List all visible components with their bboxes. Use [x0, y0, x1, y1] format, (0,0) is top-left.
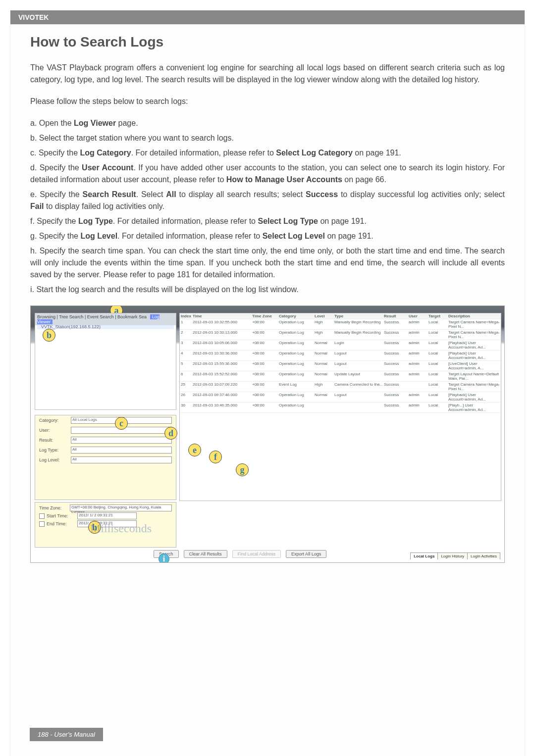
filter-pane: Category: All Local Logs User: Result: A…: [35, 415, 176, 500]
table-row[interactable]: 22012-09-03 10:30:13.000+08:00Operation …: [180, 330, 501, 340]
tab-local-logs[interactable]: Local Logs: [410, 553, 438, 559]
page-title: How to Search Logs: [30, 34, 505, 50]
table-row[interactable]: 52012-09-03 15:55:36.000+08:00Operation …: [180, 361, 501, 371]
callout-c: c: [115, 417, 128, 430]
steps-list: a. Open the Log Viewer page. b. Select t…: [30, 117, 505, 296]
step-h: h. Specify the search time span. You can…: [30, 245, 505, 281]
filter-result[interactable]: Result: All: [35, 435, 176, 445]
tab-login-history[interactable]: Login History: [437, 553, 468, 559]
table-row[interactable]: 12012-09-03 10:32:55.000+08:00Operation …: [180, 319, 501, 330]
step-b: b. Select the target station where you w…: [30, 132, 505, 144]
log-grid[interactable]: Index Time Time Zone Category Level Type…: [179, 313, 501, 501]
start-time-input[interactable]: 2012/ 1/ 2 09:31:21: [77, 512, 137, 519]
table-row[interactable]: 32012-09-03 10:05:06.000+08:00Operation …: [180, 340, 501, 351]
table-row[interactable]: 252012-09-03 10:07:09.220+08:00Event Log…: [180, 382, 501, 392]
table-row[interactable]: 62012-09-03 15:52:52.000+08:00Operation …: [180, 371, 501, 382]
page-footer: 188 - User's Manual: [30, 728, 103, 741]
info-icon-search: i: [159, 554, 169, 563]
screenshot-area: a i Browsing | Tree Search | Event Searc…: [30, 305, 505, 563]
step-a: a. Open the Log Viewer page.: [30, 117, 505, 129]
tree-pane[interactable]: Browsing | Tree Search | Event Search | …: [35, 313, 176, 410]
brand-header: VIVOTEK: [10, 10, 525, 24]
bottom-tabs[interactable]: Local Logs Login History Login Activitie…: [411, 553, 500, 559]
follow-paragraph: Please follow the steps below to search …: [30, 96, 505, 107]
filter-loglevel[interactable]: Log Level: All: [35, 455, 176, 465]
export-button[interactable]: Export All Logs: [286, 550, 326, 558]
milliseconds-watermark: Milliseconds: [90, 522, 152, 535]
intro-paragraph: The VAST Playback program offers a conve…: [30, 62, 505, 86]
filter-category[interactable]: Category: All Local Logs: [35, 415, 176, 425]
callout-e: e: [188, 444, 201, 456]
table-row[interactable]: 302012-09-03 10:46:35.000+08:00Operation…: [180, 403, 501, 413]
filter-user[interactable]: User:: [35, 425, 176, 435]
callout-b: b: [43, 329, 55, 342]
timezone-label: Time Zone:: [39, 505, 68, 510]
step-i: i. Start the log search and the results …: [30, 284, 505, 296]
step-c: c. Specify the Log Category. For detaile…: [30, 147, 505, 159]
step-f: f. Specify the Log Type. For detailed in…: [30, 215, 505, 227]
callout-g: g: [236, 463, 249, 476]
step-e: e. Specify the Search Result. Select All…: [30, 189, 505, 212]
table-row[interactable]: 42012-09-03 10:30:36.000+08:00Operation …: [180, 351, 501, 361]
end-time-check[interactable]: [39, 521, 45, 527]
callout-f: f: [209, 451, 222, 463]
callout-d: d: [164, 427, 177, 440]
clear-button[interactable]: Clear All Results: [184, 550, 227, 558]
grid-header: Index Time Time Zone Category Level Type…: [180, 313, 501, 319]
filter-logtype[interactable]: Log Type: All: [35, 445, 176, 455]
tab-login-activities[interactable]: Login Activities: [467, 553, 500, 559]
timezone-select[interactable]: GMT+08:00 Beijing, Chongqing, Hong Kong,…: [70, 504, 172, 511]
grid-rows-container: 12012-09-03 10:32:55.000+08:00Operation …: [180, 319, 501, 413]
start-time-check[interactable]: [39, 513, 45, 519]
step-g: g. Specify the Log Level. For detailed i…: [30, 230, 505, 242]
table-row[interactable]: 262012-09-03 09:37:46.000+08:00Operation…: [180, 392, 501, 403]
step-d: d. Specify the User Account. If you have…: [30, 162, 505, 186]
tree-tabs[interactable]: Browsing | Tree Search | Event Search | …: [35, 313, 176, 325]
find-button[interactable]: Find Local Address: [232, 550, 281, 558]
